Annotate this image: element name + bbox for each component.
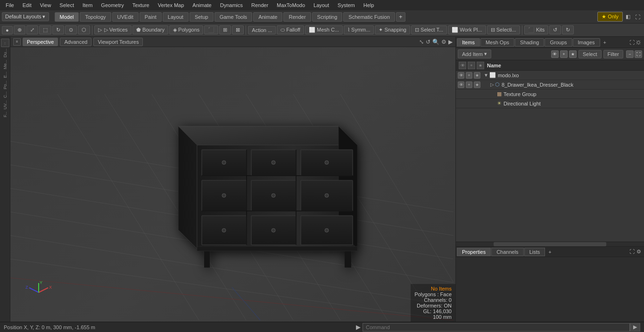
viewport-menu-btn[interactable]: ≡ — [13, 38, 21, 46]
item-star-modo[interactable]: ★ — [474, 72, 480, 79]
boundary-btn[interactable]: ⬟ Boundary — [132, 25, 168, 34]
tab-scripting[interactable]: Scripting — [312, 12, 343, 22]
add-bottom-tab-btn[interactable]: + — [545, 248, 554, 256]
menu-vertex-map[interactable]: Vertex Map — [154, 1, 188, 9]
snapping-btn[interactable]: ✦ Snapping — [375, 25, 410, 34]
command-input[interactable] — [363, 323, 630, 332]
menu-render[interactable]: Render — [248, 1, 272, 9]
menu-edit[interactable]: Edit — [19, 1, 35, 9]
select-button[interactable]: Select — [578, 50, 602, 58]
work-plane-btn[interactable]: ⬜ Work Pl... — [448, 25, 486, 34]
tab-properties[interactable]: Properties — [457, 248, 491, 256]
tab-animate[interactable]: Animate — [253, 12, 282, 22]
kits-btn[interactable]: ⬛ Kits — [524, 25, 548, 34]
list-item[interactable]: 👁 + ★ ▦ Texture Group — [456, 89, 644, 99]
star-only-button[interactable]: ★ Only — [597, 12, 623, 22]
command-go-button[interactable]: ▶ — [630, 323, 640, 332]
viewport-tab-textures[interactable]: Viewport Textures — [93, 38, 143, 46]
menu-system[interactable]: System — [334, 1, 359, 9]
grid-sel-btn[interactable]: ⊞ — [219, 25, 231, 34]
item-plus-drawer[interactable]: + — [466, 81, 472, 88]
menu-item[interactable]: Item — [79, 1, 96, 9]
panel-expand-btn[interactable]: ⛶ ⚙ — [627, 40, 643, 45]
square-sel-btn[interactable]: ⬛ — [204, 25, 218, 34]
scale-tool-btn[interactable]: ⊙ — [65, 25, 77, 34]
add-tab-button[interactable]: + — [396, 12, 405, 22]
tab-images[interactable]: Images — [573, 38, 600, 47]
hex-tool-btn[interactable]: ⬡ — [78, 25, 90, 34]
viewport-zoom-icon[interactable]: 🔍 — [432, 39, 439, 45]
crosshair-tool-btn[interactable]: ⊕ — [14, 25, 25, 34]
polygons-btn[interactable]: ◈ Polygons — [169, 25, 203, 34]
vertices-btn[interactable]: ▷ ▷ Vertices — [94, 25, 132, 34]
menu-animate[interactable]: Animate — [189, 1, 215, 9]
select-tool-btn[interactable]: ⊡ Select T... — [411, 25, 447, 34]
bottom-panel-expand-icon[interactable]: ⛶ — [629, 249, 635, 255]
tab-uvedit[interactable]: UVEdit — [112, 12, 139, 22]
list-item[interactable]: 👁 + ★ ▼ ⬜ modo.lxo — [456, 71, 644, 80]
viewport[interactable]: ≡ Perspective Advanced Viewport Textures… — [10, 37, 455, 322]
star-icon-btn[interactable]: ★ — [569, 50, 577, 58]
eye-icon-btn[interactable]: 👁 — [551, 50, 559, 58]
tab-model[interactable]: Model — [55, 12, 79, 22]
sidebar-top-btn[interactable]: : — [1, 39, 9, 47]
filter-button[interactable]: Filter — [603, 50, 623, 58]
symm-btn[interactable]: ⌇ Symm... — [344, 25, 374, 34]
list-item[interactable]: 👁 + ★ ☀ Directional Light — [456, 99, 644, 108]
menu-texture[interactable]: Texture — [129, 1, 153, 9]
viewport-canvas[interactable]: X Z Y No Items Polygons : Face Channels:… — [10, 47, 455, 322]
menu-dynamics[interactable]: Dynamics — [216, 1, 247, 9]
tab-lists[interactable]: Lists — [524, 248, 545, 256]
list-item[interactable]: 👁 + ★ ▷ ⬡ 8_Drawer_Ikea_Dresser_Black — [456, 80, 644, 89]
tab-mesh-ops[interactable]: Mesh Ops — [480, 38, 514, 47]
tab-setup[interactable]: Setup — [190, 12, 214, 22]
panel-minus-btn[interactable]: − — [626, 50, 634, 58]
menu-select[interactable]: Select — [56, 1, 78, 9]
tab-render[interactable]: Render — [283, 12, 311, 22]
menu-layout[interactable]: Layout — [310, 1, 333, 9]
item-eye-drawer[interactable]: 👁 — [458, 81, 464, 88]
menu-file[interactable]: File — [2, 1, 18, 9]
add-item-button[interactable]: Add Item ▾ — [458, 49, 491, 58]
viewport-play-icon[interactable]: ▶ — [448, 39, 453, 45]
selection-btn[interactable]: ⊟ Selecti... — [487, 25, 520, 34]
dot-tool-btn[interactable]: ● — [2, 26, 13, 34]
tab-shading[interactable]: Shading — [515, 38, 544, 47]
items-list[interactable]: 👁 + ★ ▼ ⬜ modo.lxo 👁 + ★ ▷ ⬡ 8_Drawer_Ik… — [456, 71, 644, 242]
bottom-panel-settings-icon[interactable]: ⚙ — [636, 249, 641, 255]
transform-tool-btn[interactable]: ⤢ — [26, 25, 38, 34]
menu-help[interactable]: Help — [360, 1, 378, 9]
panel-expand2-btn[interactable]: ⛶ — [635, 50, 642, 58]
menu-view[interactable]: View — [36, 1, 55, 9]
item-eye-modo[interactable]: 👁 — [458, 72, 464, 79]
viewport-settings-icon[interactable]: ⚙ — [441, 39, 446, 45]
action-btn[interactable]: Action ... — [248, 26, 276, 34]
viewport-fit-icon[interactable]: ⤡ — [419, 39, 424, 45]
tab-paint[interactable]: Paint — [140, 12, 162, 22]
command-arrow-icon[interactable]: ▶ — [356, 324, 361, 331]
menu-geometry[interactable]: Geometry — [97, 1, 127, 9]
viewport-tab-perspective[interactable]: Perspective — [23, 38, 58, 46]
tab-items[interactable]: Items — [457, 38, 480, 47]
tab-topology[interactable]: Topology — [80, 12, 111, 22]
menu-maxtomodo[interactable]: MaxToModo — [273, 1, 309, 9]
mesh-c-btn[interactable]: ⬜ Mesh C... — [305, 25, 343, 34]
undo-rotate-btn[interactable]: ↺ — [549, 25, 561, 34]
maximize-icon[interactable]: ⛶ — [633, 14, 642, 20]
falloff-btn[interactable]: ⬭ Falloff — [277, 25, 304, 34]
tab-groups[interactable]: Groups — [545, 38, 572, 47]
box-select-btn[interactable]: ⬚ — [39, 25, 51, 34]
viewport-tab-advanced[interactable]: Advanced — [60, 38, 91, 46]
tab-layout[interactable]: Layout — [163, 12, 189, 22]
tab-game-tools[interactable]: Game Tools — [215, 12, 253, 22]
x-sel-btn[interactable]: ⊠ — [232, 25, 244, 34]
add-panel-tab-btn[interactable]: + — [601, 39, 609, 46]
item-star-drawer[interactable]: ★ — [474, 81, 480, 88]
plus-icon-btn[interactable]: + — [560, 50, 568, 58]
items-scrollbar[interactable] — [456, 242, 644, 246]
tab-schematic-fusion[interactable]: Schematic Fusion — [343, 12, 395, 22]
rotate-tool-btn[interactable]: ↻ — [52, 25, 64, 34]
viewport-reset-icon[interactable]: ↺ — [426, 39, 430, 45]
layout-dropdown[interactable]: Default Layouts ▾ — [2, 12, 49, 21]
item-plus-modo[interactable]: + — [466, 72, 472, 79]
